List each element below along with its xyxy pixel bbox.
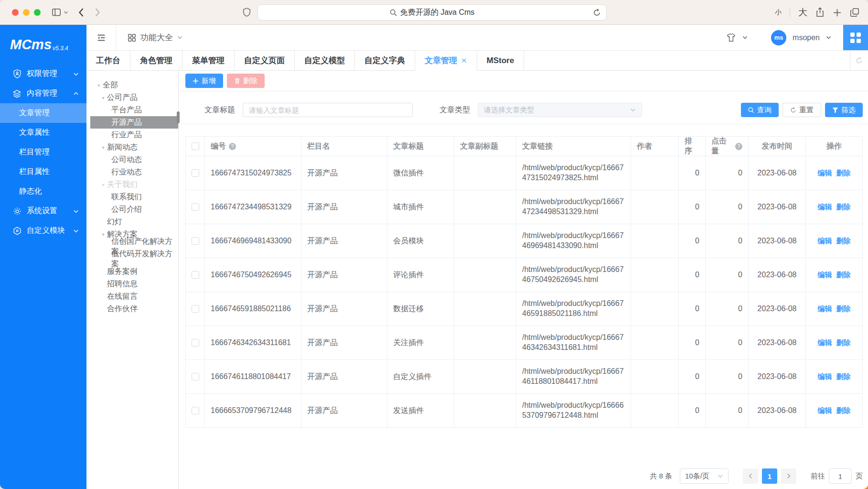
tab-4[interactable]: 自定义模型 [295,51,355,70]
edit-link[interactable]: 编辑 [818,304,832,314]
search-button[interactable]: 查询 [741,103,779,117]
tree-node-8[interactable]: ▾关于我们 [90,178,178,191]
filter-button[interactable]: 筛选 [825,103,863,117]
row-checkbox[interactable] [192,305,199,313]
edit-link[interactable]: 编辑 [818,372,832,381]
address-bar[interactable]: 免费开源的 Java Cms [257,4,607,21]
edit-link[interactable]: 编辑 [818,236,832,246]
row-checkbox[interactable] [192,203,199,211]
minimize-window-button[interactable] [23,9,30,16]
close-icon[interactable]: ✕ [461,57,467,64]
sidebar-group-3[interactable]: 自定义模块 [0,221,86,240]
forward-button-icon[interactable] [95,8,101,17]
delete-button[interactable]: 删除 [227,74,265,88]
caret-down-icon[interactable]: ▾ [95,83,103,88]
caret-down-icon[interactable]: ▾ [99,182,107,187]
username-label[interactable]: msopen [793,33,820,42]
browser-sidebar-toggle-icon[interactable] [51,7,62,18]
select-all-checkbox[interactable] [192,142,199,150]
help-icon[interactable]: ? [229,143,236,150]
tab-7[interactable]: MStore [477,51,525,70]
prev-page-button[interactable] [743,468,758,484]
sidebar-item-1-4[interactable]: 静态化 [0,182,86,201]
close-window-button[interactable] [12,9,19,16]
tree-node-7[interactable]: 行业动态 [90,166,178,178]
delete-link[interactable]: 删除 [836,372,851,381]
panel-splitter-handle[interactable] [177,111,180,123]
tab-0[interactable]: 工作台 [86,51,130,70]
tree-node-0[interactable]: ▾全部 [90,79,178,91]
tab-6[interactable]: 文章管理✕ [415,51,477,71]
row-checkbox[interactable] [192,407,199,414]
tab-1[interactable]: 角色管理 [130,51,182,70]
caret-down-icon[interactable]: ▾ [99,232,107,237]
edit-link[interactable]: 编辑 [818,338,832,348]
reset-button[interactable]: 重置 [782,103,821,117]
apps-launcher-button[interactable] [843,25,868,50]
reload-icon[interactable] [593,9,601,19]
tree-node-17[interactable]: 在线留言 [90,290,178,303]
delete-link[interactable]: 删除 [836,338,851,348]
tree-node-4[interactable]: 行业产品 [90,129,178,141]
edit-link[interactable]: 编辑 [818,270,832,280]
tree-node-6[interactable]: 公司动态 [90,153,178,166]
row-checkbox[interactable] [192,169,199,177]
sidebar-item-1-2[interactable]: 栏目管理 [0,142,86,162]
tree-node-9[interactable]: 联系我们 [90,191,178,203]
sidebar-item-1-0[interactable]: 文章管理 [0,103,86,123]
tab-2[interactable]: 菜单管理 [182,51,235,70]
tab-refresh-icon[interactable] [850,51,868,70]
tab-overview-icon[interactable] [850,8,859,17]
text-smaller-button[interactable]: 小 [775,8,782,17]
back-button-icon[interactable] [78,8,84,17]
privacy-shield-icon[interactable] [243,7,251,19]
delete-link[interactable]: 删除 [836,270,851,280]
theme-skin-icon[interactable] [726,33,736,42]
page-size-select[interactable]: 10条/页 [680,468,729,484]
chevron-down-icon[interactable] [826,35,831,40]
tab-5[interactable]: 自定义字典 [355,51,415,70]
tree-node-18[interactable]: 合作伙伴 [90,303,178,315]
caret-down-icon[interactable]: ▾ [99,95,107,100]
row-checkbox[interactable] [192,339,199,347]
sidebar-group-1[interactable]: 内容管理 [0,84,86,103]
delete-link[interactable]: 删除 [836,406,851,415]
type-filter-select[interactable]: 请选择文章类型 [478,103,642,117]
chevron-down-icon[interactable] [742,35,748,40]
chevron-down-icon[interactable] [64,10,68,15]
tree-node-2[interactable]: 平台产品 [90,104,178,116]
sidebar-item-1-1[interactable]: 文章属性 [0,123,86,142]
sidebar-group-0[interactable]: 权限管理 [0,64,86,84]
edit-link[interactable]: 编辑 [818,168,832,178]
tree-node-10[interactable]: 公司介绍 [90,203,178,216]
feature-menu-button[interactable]: 功能大全 [116,32,182,43]
goto-page-input[interactable] [829,468,852,484]
text-larger-button[interactable]: 大 [798,6,807,19]
sidebar-collapse-button[interactable] [86,25,116,50]
tab-3[interactable]: 自定义页面 [235,51,295,70]
sidebar-item-1-3[interactable]: 栏目属性 [0,162,86,182]
tree-node-1[interactable]: ▾公司产品 [90,91,178,104]
delete-link[interactable]: 删除 [836,202,851,212]
new-tab-icon[interactable] [833,8,842,17]
zoom-window-button[interactable] [34,9,41,16]
edit-link[interactable]: 编辑 [818,202,832,212]
tree-node-16[interactable]: 招聘信息 [90,278,178,290]
user-avatar[interactable]: ms [771,30,786,45]
share-icon[interactable] [815,7,825,18]
next-page-button[interactable] [781,468,796,484]
tree-node-14[interactable]: 低代码开发解决方案 [90,253,178,265]
add-button[interactable]: 新增 [185,74,223,88]
row-checkbox[interactable] [192,271,199,279]
title-filter-input[interactable] [243,103,413,117]
edit-link[interactable]: 编辑 [818,406,832,415]
help-icon[interactable]: ? [735,143,742,150]
sidebar-group-2[interactable]: 系统设置 [0,201,86,221]
row-checkbox[interactable] [192,237,199,245]
delete-link[interactable]: 删除 [836,168,851,178]
caret-down-icon[interactable]: ▾ [99,145,107,150]
delete-link[interactable]: 删除 [836,304,851,314]
tree-node-3[interactable]: 开源产品 [90,116,178,129]
row-checkbox[interactable] [192,373,199,380]
delete-link[interactable]: 删除 [836,236,851,246]
